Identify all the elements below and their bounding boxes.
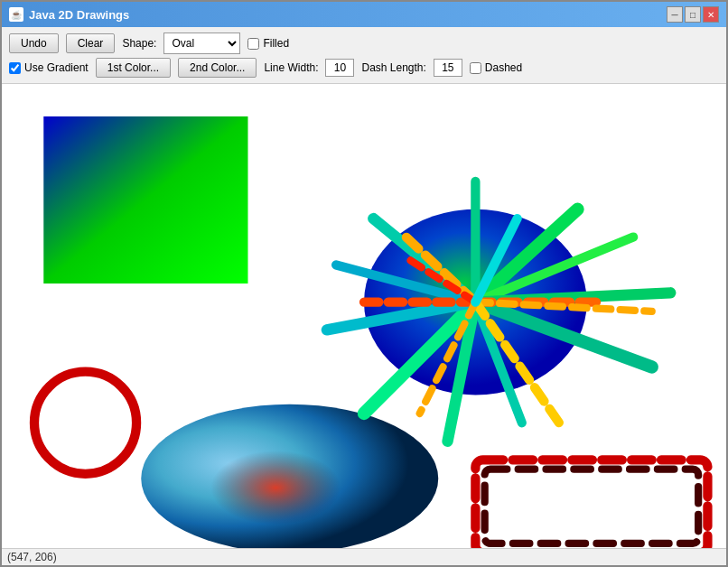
minimize-button[interactable]: ─ <box>667 6 683 23</box>
filled-label: Filled <box>263 37 289 50</box>
dashed-checkbox-group: Dashed <box>470 61 522 74</box>
close-button[interactable]: ✕ <box>703 6 719 23</box>
color2-button[interactable]: 2nd Color... <box>178 58 257 78</box>
gradient-label: Use Gradient <box>24 61 89 74</box>
status-bar: (547, 206) <box>2 548 726 565</box>
line-width-label: Line Width: <box>264 61 318 74</box>
dashed-rect-outer <box>475 460 707 548</box>
disk-red-center <box>210 451 341 525</box>
undo-button[interactable]: Undo <box>9 33 59 53</box>
line-width-input[interactable] <box>325 59 354 77</box>
canvas-svg <box>2 84 726 548</box>
red-ring <box>34 372 136 474</box>
dash-length-label: Dash Length: <box>361 61 425 74</box>
dashed-label: Dashed <box>485 61 522 74</box>
title-bar-left: ☕ Java 2D Drawings <box>9 7 129 22</box>
app-icon: ☕ <box>9 7 23 22</box>
title-controls: ─ □ ✕ <box>667 6 719 23</box>
clear-button[interactable]: Clear <box>66 33 116 53</box>
dashed-rect-inner <box>485 469 698 544</box>
dash-length-input[interactable] <box>434 59 462 77</box>
filled-checkbox[interactable] <box>247 38 259 50</box>
shape-select-input[interactable]: Oval Rectangle Line <box>164 36 239 51</box>
gradient-checkbox-group: Use Gradient <box>9 61 89 74</box>
color1-button[interactable]: 1st Color... <box>96 58 171 78</box>
shape-label: Shape: <box>122 37 156 50</box>
coordinates-text: (547, 206) <box>7 551 57 563</box>
toolbar: Undo Clear Shape: Oval Rectangle Line Fi… <box>2 27 726 84</box>
maximize-button[interactable]: □ <box>685 6 701 23</box>
dashed-checkbox[interactable] <box>470 62 481 74</box>
rect-shape <box>43 116 247 284</box>
gradient-checkbox[interactable] <box>9 62 21 74</box>
title-bar: ☕ Java 2D Drawings ─ □ ✕ <box>2 2 726 27</box>
window-title: Java 2D Drawings <box>29 8 129 22</box>
toolbar-row-2: Use Gradient 1st Color... 2nd Color... L… <box>9 58 719 78</box>
filled-checkbox-group: Filled <box>247 37 289 50</box>
drawing-canvas[interactable] <box>2 84 726 548</box>
shape-selector[interactable]: Oval Rectangle Line <box>163 33 240 54</box>
toolbar-row-1: Undo Clear Shape: Oval Rectangle Line Fi… <box>9 33 719 54</box>
main-window: ☕ Java 2D Drawings ─ □ ✕ Undo Clear Shap… <box>0 0 728 567</box>
